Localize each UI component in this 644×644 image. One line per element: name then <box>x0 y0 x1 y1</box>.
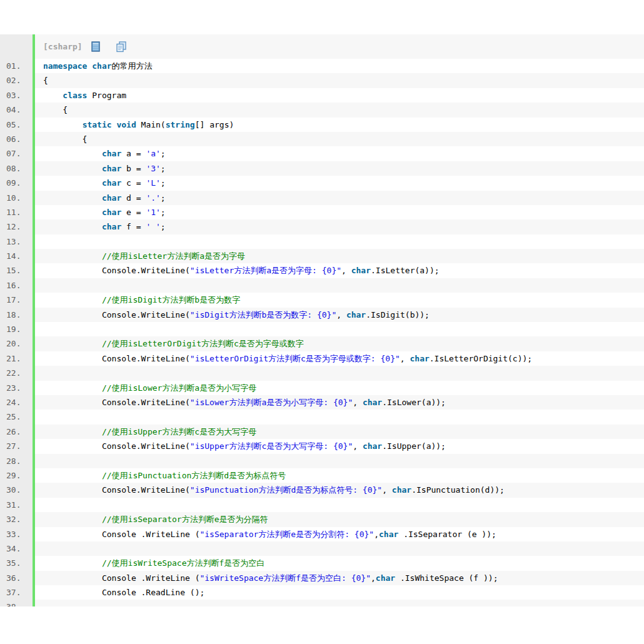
code-line: 11. char e = '1'; <box>0 205 644 219</box>
line-code: Console .ReadLine (); <box>35 585 644 600</box>
line-code <box>35 234 644 249</box>
code-line: 08. char b = '3'; <box>0 161 644 176</box>
line-number: 18. <box>0 308 33 322</box>
line-number: 35. <box>0 556 33 570</box>
line-code: { <box>35 132 644 146</box>
line-number: 09. <box>0 176 33 190</box>
line-code: Console.WriteLine("isPunctuation方法判断d是否为… <box>35 483 644 497</box>
line-code: //使用isWriteSpace方法判断f是否为空白 <box>35 556 644 570</box>
line-code: //使用isSeparator方法判断e是否为分隔符 <box>35 512 644 526</box>
code-line: 24. Console.WriteLine("isLower方法判断a是否为小写… <box>0 395 644 410</box>
line-number: 19. <box>0 322 33 336</box>
line-number: 12. <box>0 219 33 234</box>
code-line: 28. <box>0 454 644 468</box>
line-code: namespace char的常用方法 <box>35 59 644 73</box>
line-code: Console .WriteLine ("isWriteSpace方法判断f是否… <box>35 571 644 585</box>
line-number: 16. <box>0 278 33 293</box>
code-line: 25. <box>0 410 644 424</box>
code-line: 21. Console.WriteLine("isLetterOrDigit方法… <box>0 351 644 366</box>
line-code: char e = '1'; <box>35 205 644 219</box>
code-line: 30. Console.WriteLine("isPunctuation方法判断… <box>0 483 644 497</box>
line-number: 06. <box>0 132 33 146</box>
line-number: 28. <box>0 454 33 468</box>
line-number: 05. <box>0 118 33 132</box>
code-line: 29. //使用isPunctuation方法判断d是否为标点符号 <box>0 468 644 483</box>
code-line: 26. //使用isUpper方法判断c是否为大写字母 <box>0 425 644 439</box>
line-code: char b = '3'; <box>35 161 644 176</box>
code-line: 38. <box>0 600 644 606</box>
line-code: Console.WriteLine("isUpper方法判断c是否为大写字母: … <box>35 439 644 453</box>
code-line: 22. <box>0 366 644 380</box>
code-line: 05. static void Main(string[] args) <box>0 118 644 132</box>
code-line: 06. { <box>0 132 644 146</box>
code-line: 23. //使用isLower方法判断a是否为小写字母 <box>0 381 644 395</box>
line-code: static void Main(string[] args) <box>35 118 644 132</box>
line-number: 22. <box>0 366 33 380</box>
line-number: 27. <box>0 439 33 453</box>
code-line: 10. char d = '.'; <box>0 191 644 205</box>
code-line: 33. Console .WriteLine ("isSeparator方法判断… <box>0 527 644 541</box>
line-number: 33. <box>0 527 33 541</box>
code-line: 14. //使用isLetter方法判断a是否为字母 <box>0 249 644 263</box>
line-code <box>35 278 644 293</box>
line-code: class Program <box>35 88 644 103</box>
line-number: 30. <box>0 483 33 497</box>
code-line: 27. Console.WriteLine("isUpper方法判断c是否为大写… <box>0 439 644 453</box>
code-block: [csharp] 0 <box>0 34 644 606</box>
line-code: //使用isPunctuation方法判断d是否为标点符号 <box>35 468 644 483</box>
line-number: 26. <box>0 425 33 439</box>
code-line: 35. //使用isWriteSpace方法判断f是否为空白 <box>0 556 644 570</box>
line-code: //使用isLower方法判断a是否为小写字母 <box>35 381 644 395</box>
code-lines: 01. namespace char的常用方法 02. { 03. class … <box>0 59 644 606</box>
view-source-icon[interactable] <box>91 41 101 53</box>
code-line: 12. char f = ' '; <box>0 219 644 234</box>
code-line: 03. class Program <box>0 88 644 103</box>
line-number: 24. <box>0 395 33 410</box>
line-number: 17. <box>0 293 33 307</box>
line-code <box>35 498 644 512</box>
line-number: 21. <box>0 351 33 366</box>
line-number: 11. <box>0 205 33 219</box>
code-line: 19. <box>0 322 644 336</box>
line-number: 38. <box>0 600 33 606</box>
line-code: char c = 'L'; <box>35 176 644 190</box>
line-code: char d = '.'; <box>35 191 644 205</box>
code-line: 01. namespace char的常用方法 <box>0 59 644 73</box>
line-code: { <box>35 103 644 117</box>
line-code: //使用isLetterOrDigit方法判断c是否为字母或数字 <box>35 336 644 351</box>
line-number: 37. <box>0 585 33 600</box>
code-line: 16. <box>0 278 644 293</box>
line-code: Console.WriteLine("isLower方法判断a是否为小写字母: … <box>35 395 644 410</box>
line-code <box>35 600 644 606</box>
line-number: 20. <box>0 336 33 351</box>
line-number: 23. <box>0 381 33 395</box>
language-tag: [csharp] <box>43 42 83 51</box>
line-number: 34. <box>0 541 33 556</box>
line-number: 07. <box>0 146 33 161</box>
code-line: 09. char c = 'L'; <box>0 176 644 190</box>
code-line: 31. <box>0 498 644 512</box>
code-toolbar: [csharp] <box>0 34 644 59</box>
line-code: Console .WriteLine ("isSeparator方法判断e是否为… <box>35 527 644 541</box>
code-line: 32. //使用isSeparator方法判断e是否为分隔符 <box>0 512 644 526</box>
line-number: 03. <box>0 88 33 103</box>
line-number: 01. <box>0 59 33 73</box>
line-code <box>35 322 644 336</box>
copy-icon[interactable] <box>116 41 127 53</box>
code-line: 36. Console .WriteLine ("isWriteSpace方法判… <box>0 571 644 585</box>
line-code: //使用isUpper方法判断c是否为大写字母 <box>35 425 644 439</box>
gutter-header <box>0 34 33 59</box>
line-number: 29. <box>0 468 33 483</box>
code-line: 13. <box>0 234 644 249</box>
line-code <box>35 366 644 380</box>
line-number: 08. <box>0 161 33 176</box>
code-line: 04. { <box>0 103 644 117</box>
line-code: char a = 'a'; <box>35 146 644 161</box>
line-code <box>35 410 644 424</box>
line-number: 31. <box>0 498 33 512</box>
line-number: 32. <box>0 512 33 526</box>
line-code: Console.WriteLine("isLetterOrDigit方法判断c是… <box>35 351 644 366</box>
line-number: 02. <box>0 73 33 88</box>
code-line: 17. //使用isDigit方法判断b是否为数字 <box>0 293 644 307</box>
line-number: 14. <box>0 249 33 263</box>
